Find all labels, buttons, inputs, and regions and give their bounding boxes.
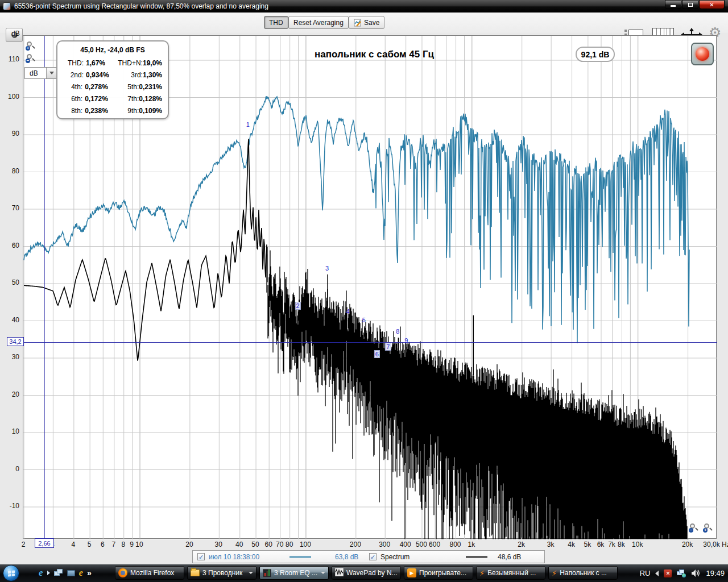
taskbar-button-label: 3 Проводник: [202, 569, 242, 577]
player-icon: ▶: [407, 568, 416, 577]
save-measurement-icon: [354, 19, 362, 27]
thd-cell: THD+N:: [113, 57, 143, 69]
window-controls: ✕: [664, 0, 725, 9]
device-disconnected-icon[interactable]: ✕: [664, 569, 672, 577]
restore-icon: [688, 3, 693, 7]
clock[interactable]: 19:49: [706, 569, 725, 577]
volume-icon[interactable]: [691, 569, 701, 577]
reset-averaging-button[interactable]: Reset Averaging: [288, 16, 349, 29]
x-tick-label: 6: [101, 541, 105, 548]
tray-expand-icon[interactable]: [655, 571, 659, 576]
legend-checkbox-1[interactable]: ✓: [369, 553, 377, 560]
thd-cell: 0,128%: [139, 93, 163, 105]
harmonic-label-2: 2: [295, 302, 301, 310]
y-axis-unit-label: dB: [11, 30, 20, 38]
taskbar-button-6[interactable]: ⚡Напольник с ...: [548, 566, 618, 580]
taskbar-button-5[interactable]: ⚡Безымянный ...: [476, 566, 545, 580]
y-tick-label: 110: [0, 55, 19, 63]
save-button[interactable]: Save: [349, 16, 384, 29]
zoom-out-x-button[interactable]: −: [689, 523, 698, 533]
window-switcher-icon[interactable]: [54, 569, 63, 577]
thd-row-2: 4th:0,278%5th:0,231%: [62, 81, 163, 93]
taskbar-button-3[interactable]: WavePad by N...: [332, 566, 401, 580]
spark-icon: ⚡: [479, 569, 485, 577]
thd-panel-header: 45,0 Hz, -24,0 dB FS: [62, 46, 163, 54]
harmonic-label-9: 9: [404, 337, 408, 344]
thd-cell: 7th:: [111, 93, 139, 105]
start-button[interactable]: [3, 565, 19, 581]
record-button[interactable]: [691, 43, 714, 65]
restore-button[interactable]: [682, 0, 698, 9]
language-indicator[interactable]: RU: [640, 569, 651, 577]
harmonic-label-4: 4: [346, 308, 349, 315]
thd-row-1: 2nd:0,934%3rd:1,30%: [62, 69, 163, 81]
cursor-level-readout: 34,2: [7, 337, 24, 346]
taskbar-button-label: Безымянный ...: [487, 569, 536, 577]
y-axis-mode-value: dB: [25, 68, 46, 78]
level-badge: 92,1 dB: [576, 47, 615, 62]
legend-trace-level-1: 48,6 dB: [498, 553, 521, 561]
chevron-down-icon[interactable]: [321, 572, 325, 574]
thd-row-4: 8th:0,238%9th:0,109%: [62, 105, 163, 117]
folder-icon: [191, 569, 200, 576]
y-tick-label: 80: [0, 167, 19, 175]
taskbar-button-label: Mozilla Firefox: [130, 569, 174, 577]
thd-cell: 0,238%: [82, 105, 111, 117]
taskbar-button-1[interactable]: 3 Проводник: [187, 566, 257, 580]
harmonic-label-6: 6: [374, 350, 380, 358]
taskbar-button-2[interactable]: 3 Room EQ ...: [259, 566, 329, 580]
zoom-in-icon: +: [703, 528, 708, 533]
show-desktop-icon[interactable]: [67, 570, 75, 576]
taskbar-button-label: Проигрывате...: [419, 569, 466, 577]
x-tick-label: 8k: [618, 541, 625, 548]
y-axis-mode-select[interactable]: dB: [24, 67, 57, 79]
thd-cell: 9th:: [111, 105, 139, 117]
x-tick-label: 50: [251, 541, 259, 548]
toolbar: THD Reset Averaging Save ⚙: [0, 13, 728, 33]
internet-explorer-icon[interactable]: e: [39, 567, 43, 579]
legend-checkbox-0[interactable]: ✓: [197, 553, 205, 560]
quick-launch-overflow-chevron[interactable]: »: [87, 568, 92, 577]
x-tick-label: 500: [416, 541, 427, 548]
desktop-screen: 65536-point Spectrum using Rectangular w…: [0, 0, 728, 582]
browser-gold-icon[interactable]: e: [79, 567, 84, 579]
x-tick-label: 600: [429, 541, 440, 548]
taskbar-button-0[interactable]: Mozilla Firefox: [115, 566, 184, 580]
thd-button[interactable]: THD: [264, 16, 288, 29]
taskbar-button-label: Напольник с ...: [560, 569, 607, 577]
window-titlebar: 65536-point Spectrum using Rectangular w…: [0, 0, 728, 13]
x-tick-label: 10k: [632, 541, 643, 548]
close-button[interactable]: ✕: [699, 0, 725, 9]
zoom-out-icon: −: [26, 59, 30, 63]
chevron-down-icon[interactable]: [249, 572, 253, 574]
record-icon: [696, 47, 709, 61]
x-tick-label: 70: [276, 541, 283, 548]
thd-cell: 8th:: [62, 105, 82, 117]
taskbar-button-4[interactable]: ▶Проигрывате...: [404, 566, 473, 580]
harmonic-label-5: 5: [362, 317, 366, 323]
combo-dropdown-button[interactable]: [46, 68, 56, 78]
zoom-out-y-button[interactable]: −: [26, 53, 35, 63]
x-tick-label: 5k: [584, 541, 592, 548]
wavepad-icon: [335, 568, 344, 578]
harmonic-label-7: 7: [385, 343, 391, 351]
zoom-out-icon: −: [689, 528, 693, 533]
thd-cell: 1,30%: [143, 69, 163, 81]
network-icon[interactable]: [677, 569, 686, 577]
quick-launch-arrow-icon[interactable]: [47, 571, 50, 575]
quick-launch: e e »: [39, 566, 96, 580]
thd-cell: 0,278%: [82, 81, 111, 93]
graph-title: напольник с сабом 45 Гц: [315, 49, 434, 60]
minimize-button[interactable]: [665, 0, 681, 9]
legend-trace-name-0[interactable]: июл 10 18:38:00: [209, 553, 259, 561]
trace-legend: ✓июл 10 18:38:0063,8 dB✓Spectrum48,6 dB: [192, 550, 545, 563]
rew-icon: [263, 569, 271, 577]
zoom-in-x-button[interactable]: +: [703, 523, 713, 533]
legend-trace-name-1[interactable]: Spectrum: [380, 553, 410, 561]
spark-icon: ⚡: [552, 569, 557, 577]
thd-cell: 2nd:: [62, 69, 84, 81]
zoom-in-y-button[interactable]: +: [26, 41, 35, 51]
windows-logo-icon: [8, 570, 15, 576]
x-tick-label: 5: [88, 541, 92, 548]
x-tick-label: 2k: [518, 541, 525, 548]
